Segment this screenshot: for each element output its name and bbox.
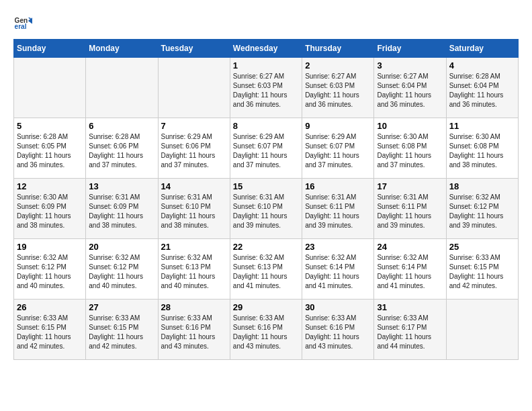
calendar-cell: 25 Sunrise: 6:33 AM Sunset: 6:15 PM Dayl… — [446, 239, 518, 300]
day-number: 21 — [161, 242, 227, 252]
calendar-week-row: 5 Sunrise: 6:28 AM Sunset: 6:05 PM Dayli… — [14, 118, 519, 179]
day-info: Sunrise: 6:29 AM Sunset: 6:06 PM Dayligh… — [161, 132, 227, 170]
day-number: 7 — [161, 121, 227, 131]
day-number: 9 — [305, 121, 371, 131]
calendar-cell: 14 Sunrise: 6:31 AM Sunset: 6:10 PM Dayl… — [158, 179, 230, 239]
day-info: Sunrise: 6:31 AM Sunset: 6:10 PM Dayligh… — [161, 193, 227, 230]
calendar-cell — [14, 58, 86, 118]
calendar-week-row: 26 Sunrise: 6:33 AM Sunset: 6:15 PM Dayl… — [14, 300, 519, 360]
calendar-cell: 8 Sunrise: 6:29 AM Sunset: 6:07 PM Dayli… — [230, 118, 302, 179]
calendar-cell: 22 Sunrise: 6:32 AM Sunset: 6:13 PM Dayl… — [230, 239, 302, 300]
calendar-cell: 6 Sunrise: 6:28 AM Sunset: 6:06 PM Dayli… — [86, 118, 158, 179]
day-info: Sunrise: 6:33 AM Sunset: 6:17 PM Dayligh… — [377, 314, 443, 351]
calendar-cell: 16 Sunrise: 6:31 AM Sunset: 6:11 PM Dayl… — [302, 179, 374, 239]
day-number: 18 — [449, 181, 515, 191]
day-header-friday: Friday — [374, 40, 446, 58]
day-info: Sunrise: 6:32 AM Sunset: 6:12 PM Dayligh… — [17, 253, 83, 291]
calendar-cell: 3 Sunrise: 6:27 AM Sunset: 6:04 PM Dayli… — [374, 58, 446, 118]
day-info: Sunrise: 6:33 AM Sunset: 6:15 PM Dayligh… — [449, 253, 515, 291]
day-number: 8 — [233, 121, 299, 131]
calendar-cell: 15 Sunrise: 6:31 AM Sunset: 6:10 PM Dayl… — [230, 179, 302, 239]
svg-text:eral: eral — [15, 23, 27, 30]
day-number: 12 — [17, 181, 83, 191]
day-number: 6 — [89, 121, 154, 131]
calendar-cell: 26 Sunrise: 6:33 AM Sunset: 6:15 PM Dayl… — [14, 300, 86, 360]
day-info: Sunrise: 6:33 AM Sunset: 6:15 PM Dayligh… — [17, 314, 83, 351]
calendar-cell: 31 Sunrise: 6:33 AM Sunset: 6:17 PM Dayl… — [374, 300, 446, 360]
calendar-cell: 27 Sunrise: 6:33 AM Sunset: 6:15 PM Dayl… — [86, 300, 158, 360]
day-info: Sunrise: 6:32 AM Sunset: 6:12 PM Dayligh… — [449, 193, 515, 230]
day-info: Sunrise: 6:28 AM Sunset: 6:06 PM Dayligh… — [89, 132, 154, 170]
calendar-cell: 29 Sunrise: 6:33 AM Sunset: 6:16 PM Dayl… — [230, 300, 302, 360]
day-number: 20 — [89, 242, 154, 252]
day-info: Sunrise: 6:30 AM Sunset: 6:08 PM Dayligh… — [377, 132, 443, 170]
day-info: Sunrise: 6:28 AM Sunset: 6:04 PM Dayligh… — [449, 72, 515, 109]
day-number: 15 — [233, 181, 299, 191]
day-info: Sunrise: 6:27 AM Sunset: 6:03 PM Dayligh… — [233, 72, 299, 109]
day-info: Sunrise: 6:32 AM Sunset: 6:14 PM Dayligh… — [305, 253, 371, 291]
day-number: 29 — [233, 302, 299, 312]
day-number: 24 — [377, 242, 443, 252]
calendar-week-row: 19 Sunrise: 6:32 AM Sunset: 6:12 PM Dayl… — [14, 239, 519, 300]
day-header-tuesday: Tuesday — [158, 40, 230, 58]
calendar-cell: 28 Sunrise: 6:33 AM Sunset: 6:16 PM Dayl… — [158, 300, 230, 360]
day-number: 26 — [17, 302, 83, 312]
calendar-header-row: SundayMondayTuesdayWednesdayThursdayFrid… — [14, 40, 519, 58]
calendar-cell: 18 Sunrise: 6:32 AM Sunset: 6:12 PM Dayl… — [446, 179, 518, 239]
day-info: Sunrise: 6:30 AM Sunset: 6:09 PM Dayligh… — [17, 193, 83, 230]
calendar-cell: 1 Sunrise: 6:27 AM Sunset: 6:03 PM Dayli… — [230, 58, 302, 118]
day-info: Sunrise: 6:31 AM Sunset: 6:09 PM Dayligh… — [89, 193, 154, 230]
day-number: 10 — [377, 121, 443, 131]
day-info: Sunrise: 6:30 AM Sunset: 6:08 PM Dayligh… — [449, 132, 515, 170]
day-info: Sunrise: 6:33 AM Sunset: 6:15 PM Dayligh… — [89, 314, 154, 351]
calendar-cell: 12 Sunrise: 6:30 AM Sunset: 6:09 PM Dayl… — [14, 179, 86, 239]
day-number: 16 — [305, 181, 371, 191]
calendar-table: SundayMondayTuesdayWednesdayThursdayFrid… — [13, 39, 519, 360]
calendar-cell: 11 Sunrise: 6:30 AM Sunset: 6:08 PM Dayl… — [446, 118, 518, 179]
day-info: Sunrise: 6:32 AM Sunset: 6:14 PM Dayligh… — [377, 253, 443, 291]
day-number: 31 — [377, 302, 443, 312]
day-info: Sunrise: 6:27 AM Sunset: 6:04 PM Dayligh… — [377, 72, 443, 109]
calendar-cell: 30 Sunrise: 6:33 AM Sunset: 6:16 PM Dayl… — [302, 300, 374, 360]
calendar-cell: 17 Sunrise: 6:31 AM Sunset: 6:11 PM Dayl… — [374, 179, 446, 239]
day-number: 14 — [161, 181, 227, 191]
calendar-cell: 7 Sunrise: 6:29 AM Sunset: 6:06 PM Dayli… — [158, 118, 230, 179]
logo-icon: Gen eral — [13, 13, 32, 32]
day-info: Sunrise: 6:29 AM Sunset: 6:07 PM Dayligh… — [233, 132, 299, 170]
day-info: Sunrise: 6:31 AM Sunset: 6:11 PM Dayligh… — [377, 193, 443, 230]
day-info: Sunrise: 6:32 AM Sunset: 6:12 PM Dayligh… — [89, 253, 154, 291]
day-number: 25 — [449, 242, 515, 252]
day-header-thursday: Thursday — [302, 40, 374, 58]
day-info: Sunrise: 6:31 AM Sunset: 6:10 PM Dayligh… — [233, 193, 299, 230]
day-info: Sunrise: 6:33 AM Sunset: 6:16 PM Dayligh… — [233, 314, 299, 351]
day-header-sunday: Sunday — [14, 40, 86, 58]
day-number: 23 — [305, 242, 371, 252]
day-header-monday: Monday — [86, 40, 158, 58]
day-info: Sunrise: 6:33 AM Sunset: 6:16 PM Dayligh… — [305, 314, 371, 351]
page-header: Gen eral — [13, 13, 519, 32]
calendar-cell: 23 Sunrise: 6:32 AM Sunset: 6:14 PM Dayl… — [302, 239, 374, 300]
day-number: 17 — [377, 181, 443, 191]
calendar-cell: 19 Sunrise: 6:32 AM Sunset: 6:12 PM Dayl… — [14, 239, 86, 300]
calendar-cell: 13 Sunrise: 6:31 AM Sunset: 6:09 PM Dayl… — [86, 179, 158, 239]
calendar-cell: 24 Sunrise: 6:32 AM Sunset: 6:14 PM Dayl… — [374, 239, 446, 300]
calendar-week-row: 1 Sunrise: 6:27 AM Sunset: 6:03 PM Dayli… — [14, 58, 519, 118]
day-info: Sunrise: 6:28 AM Sunset: 6:05 PM Dayligh… — [17, 132, 83, 170]
day-number: 2 — [305, 60, 371, 71]
calendar-cell: 4 Sunrise: 6:28 AM Sunset: 6:04 PM Dayli… — [446, 58, 518, 118]
day-header-saturday: Saturday — [446, 40, 518, 58]
day-number: 27 — [89, 302, 154, 312]
day-info: Sunrise: 6:32 AM Sunset: 6:13 PM Dayligh… — [161, 253, 227, 291]
calendar-cell: 20 Sunrise: 6:32 AM Sunset: 6:12 PM Dayl… — [86, 239, 158, 300]
day-number: 19 — [17, 242, 83, 252]
day-number: 1 — [233, 60, 299, 71]
calendar-cell: 9 Sunrise: 6:29 AM Sunset: 6:07 PM Dayli… — [302, 118, 374, 179]
calendar-cell — [158, 58, 230, 118]
day-number: 22 — [233, 242, 299, 252]
day-number: 3 — [377, 60, 443, 71]
day-info: Sunrise: 6:29 AM Sunset: 6:07 PM Dayligh… — [305, 132, 371, 170]
day-number: 28 — [161, 302, 227, 312]
calendar-cell: 10 Sunrise: 6:30 AM Sunset: 6:08 PM Dayl… — [374, 118, 446, 179]
day-number: 11 — [449, 121, 515, 131]
calendar-cell: 21 Sunrise: 6:32 AM Sunset: 6:13 PM Dayl… — [158, 239, 230, 300]
